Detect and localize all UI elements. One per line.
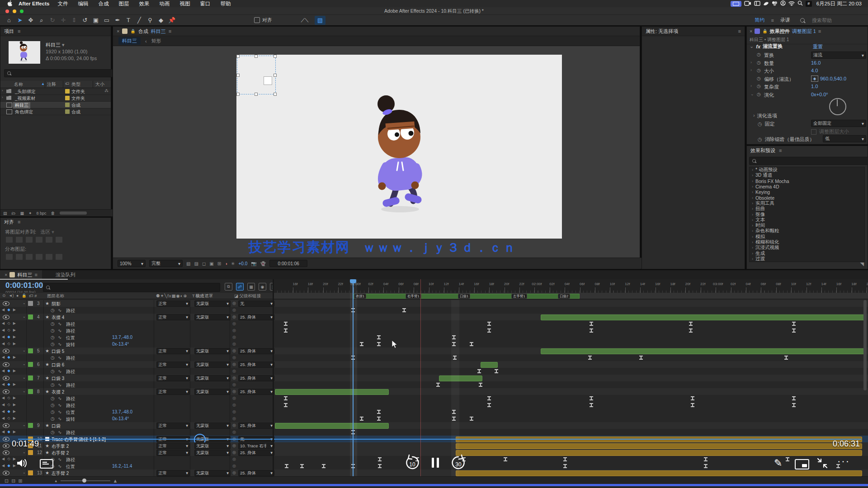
menubar-item[interactable]: 窗口 xyxy=(200,0,210,7)
layer-name[interactable]: Trace 右手臂:路径 1 [1.1.2] xyxy=(52,436,106,443)
properties-panel-menu-icon[interactable]: ≡ xyxy=(738,28,741,34)
screen-mirroring-icon[interactable] xyxy=(731,1,741,7)
parent-pickwhip-icon[interactable]: ◎ xyxy=(232,430,236,434)
matte-value-dropdown[interactable]: 无蒙版▾ xyxy=(194,375,231,381)
orbit-tool[interactable]: ↻ xyxy=(47,16,58,25)
timeline-property-row[interactable]: ◀ ◆ ▶◷∿路径◎ xyxy=(0,381,868,389)
layer-expander-icon[interactable]: ⌄ xyxy=(23,423,26,427)
layer-expander-icon[interactable]: ⌄ xyxy=(23,362,26,366)
property-stopwatch-icon[interactable]: ◷ xyxy=(51,308,55,313)
keyframe-icon[interactable] xyxy=(704,464,708,468)
keyframe-icon[interactable] xyxy=(588,356,592,360)
category-chevron-icon[interactable]: › xyxy=(752,190,753,194)
viewer-tab-close-icon[interactable]: × xyxy=(117,28,119,34)
parent-pickwhip-icon[interactable]: ◎ xyxy=(232,450,236,455)
layer-name[interactable]: 口袋 5 xyxy=(52,348,64,355)
layer-duration-bar[interactable] xyxy=(456,470,862,476)
evolution-options-chevron-icon[interactable]: › xyxy=(753,113,755,119)
align-button[interactable] xyxy=(56,237,62,243)
keyframe-navigator[interactable]: ◀ ◆ ▶ xyxy=(2,335,17,339)
parent-pickwhip-icon[interactable]: ◎ xyxy=(232,328,236,333)
property-graph-icon[interactable]: ∿ xyxy=(58,416,61,421)
pen-tool[interactable]: ✒ xyxy=(112,16,123,25)
property-graph-icon[interactable]: ∿ xyxy=(58,409,61,414)
menubar-app-name[interactable]: After Effects xyxy=(19,1,49,6)
layer-parent-dropdown[interactable]: 10. Trace 右手▾ xyxy=(238,443,274,449)
keyframe-icon[interactable] xyxy=(360,342,363,346)
keyframe-icon[interactable] xyxy=(436,383,440,387)
property-graph-icon[interactable]: ∿ xyxy=(58,382,61,387)
layer-parent-dropdown[interactable]: 无▾ xyxy=(238,300,274,307)
layer-expander-icon[interactable]: ⌄ xyxy=(23,470,26,474)
keyframe-icon[interactable] xyxy=(590,403,593,407)
timeline-property-row[interactable]: ◀ ◇ ▶◷∿路径◎ xyxy=(0,320,868,328)
keyframe-icon[interactable] xyxy=(477,369,481,373)
workspace-tab-active[interactable]: 简约 xyxy=(755,17,765,23)
input-method-icon[interactable]: # xyxy=(806,1,812,7)
keyframe-navigator[interactable]: ◀ ◇ ▶ xyxy=(2,416,17,420)
project-column-0[interactable]: 名称 xyxy=(14,81,23,88)
effects-category[interactable]: ›过渡 xyxy=(750,256,864,262)
category-chevron-icon[interactable]: › xyxy=(752,212,753,217)
viewer-timecode[interactable]: 0:00:01:06 xyxy=(269,260,307,267)
keyframe-navigator[interactable]: ◀ ◇ ▶ xyxy=(2,396,17,400)
layer-parent-dropdown[interactable]: 25. 身体▾ xyxy=(238,375,274,381)
comp-mini-flowchart-icon[interactable]: ⧉ xyxy=(225,283,232,291)
timeline-property-row[interactable]: ◀ ◆ ▶◷∿路径◎ xyxy=(0,368,868,375)
matte-value-dropdown[interactable]: 无蒙版▾ xyxy=(194,389,231,395)
row-expander-icon[interactable]: › xyxy=(2,95,3,99)
home-tool[interactable]: ⌂ xyxy=(4,16,14,25)
mask-visibility-icon[interactable]: ◻ xyxy=(202,261,206,266)
keyframe-icon[interactable] xyxy=(487,328,491,333)
layer-eye-toggle[interactable] xyxy=(3,349,9,354)
layer-parent-dropdown[interactable]: 25. 身体▾ xyxy=(238,314,274,320)
project-delete-icon[interactable]: 🗑 xyxy=(51,211,55,216)
effects-category[interactable]: ›沉浸式视频 xyxy=(750,245,864,250)
project-list-view-icon[interactable]: ▤ xyxy=(3,211,7,216)
comp-marker[interactable]: 口袋2 xyxy=(558,294,570,299)
evolution-dial[interactable] xyxy=(829,98,846,115)
property-graph-icon[interactable]: ∿ xyxy=(58,342,61,347)
graph-tool-icon[interactable]: ⟋⟍ xyxy=(299,16,310,25)
resolution-dropdown[interactable]: 完整▾ xyxy=(149,260,183,267)
effect-controls-tab[interactable]: 效果控件 xyxy=(770,28,790,35)
parent-pickwhip-icon[interactable]: ◎ xyxy=(232,396,236,400)
layer-duration-bar[interactable] xyxy=(456,443,862,449)
effects-category[interactable]: ›Obsolete xyxy=(750,195,864,200)
layer-mode-dropdown[interactable]: 正常▾ xyxy=(156,450,190,456)
window-icon[interactable] xyxy=(754,1,760,7)
player-skip-back-button[interactable]: 10 xyxy=(404,455,421,473)
breadcrumb-prev[interactable]: 矩形 xyxy=(151,38,161,44)
keyframe-icon[interactable] xyxy=(377,410,381,414)
comp-marker[interactable]: 口袋1 xyxy=(458,294,470,299)
layer-name[interactable]: 口袋 3 xyxy=(52,375,64,382)
region-of-interest-icon[interactable]: ▣ xyxy=(209,261,213,266)
timeline-tab-active[interactable]: × 科目三 ≡ xyxy=(0,270,42,279)
zoom-level-dropdown[interactable]: 100%▾ xyxy=(118,260,146,267)
matte-value-dropdown[interactable]: 无蒙版▾ xyxy=(194,361,231,368)
align-button[interactable] xyxy=(36,237,42,243)
property-name[interactable]: 旋转 xyxy=(66,416,75,422)
keyframe-icon[interactable] xyxy=(786,457,789,461)
layer-eye-toggle[interactable] xyxy=(3,389,9,395)
layer-expander-icon[interactable]: ⌄ xyxy=(23,301,26,305)
parent-pickwhip-icon[interactable]: ◎ xyxy=(232,457,236,461)
project-hscrollbar[interactable] xyxy=(60,211,87,215)
parent-pickwhip-icon[interactable]: ◎ xyxy=(232,335,236,339)
layer-color-chip[interactable] xyxy=(28,314,33,319)
keyframe-icon[interactable] xyxy=(639,356,643,360)
effects-category[interactable]: ›文本 xyxy=(750,217,864,223)
rotation-tool[interactable]: ↺ xyxy=(80,16,90,25)
align-button[interactable] xyxy=(26,237,33,243)
av-lock-icon[interactable]: 🔒 xyxy=(22,293,27,298)
parent-pickwhip-icon[interactable]: ◎ xyxy=(232,389,236,394)
window-minimize-button[interactable] xyxy=(13,9,16,13)
selection-handle[interactable] xyxy=(236,93,240,96)
project-column-3[interactable]: 大小 xyxy=(95,81,104,88)
align-button[interactable] xyxy=(46,237,52,243)
layer-duration-bar[interactable] xyxy=(275,423,389,429)
search-icon[interactable] xyxy=(797,0,803,7)
property-dropdown[interactable]: 湍流▾ xyxy=(811,52,866,59)
cluster-icon[interactable] xyxy=(772,1,778,7)
matte-value-dropdown[interactable]: 无蒙版▾ xyxy=(194,443,231,449)
